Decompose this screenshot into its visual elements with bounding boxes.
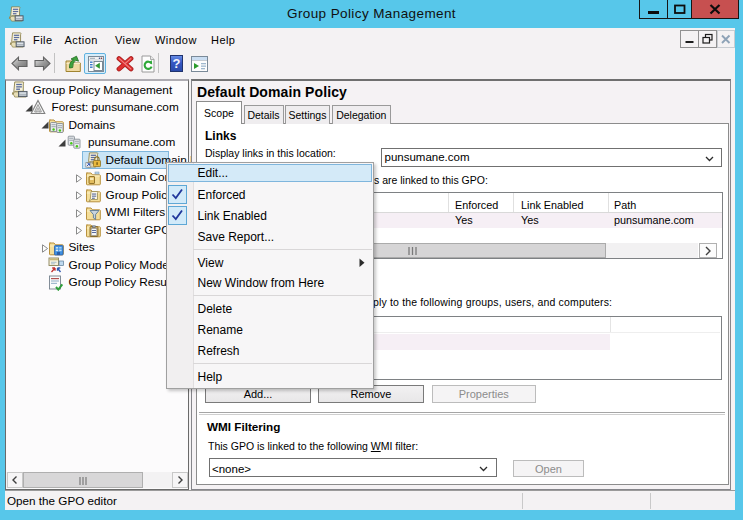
svg-text:?: ? bbox=[173, 56, 181, 71]
